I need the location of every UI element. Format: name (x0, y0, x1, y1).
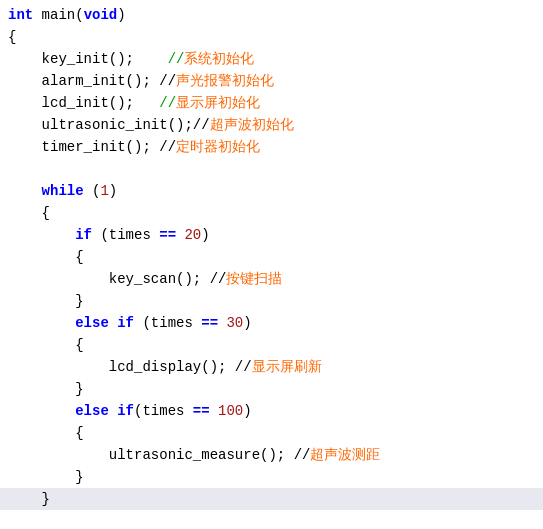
code-line: while (1) (0, 180, 543, 202)
number-token: 100 (218, 401, 243, 421)
comment-token: // (151, 49, 185, 69)
comment-cn-token: 声光报警初始化 (176, 71, 274, 91)
comment-cn-token: 显示屏初始化 (176, 93, 260, 113)
normal-token: ) (201, 225, 209, 245)
code-line: alarm_init(); //声光报警初始化 (0, 70, 543, 92)
normal-token: } (8, 489, 50, 509)
normal-token: ( (84, 181, 101, 201)
kw-token: void (84, 5, 118, 25)
normal-token (218, 313, 226, 333)
normal-token: } (8, 291, 84, 311)
code-line: { (0, 246, 543, 268)
normal-token: ) (109, 181, 117, 201)
code-line: if (times == 20) (0, 224, 543, 246)
normal-token: (times (92, 225, 159, 245)
normal-token: key_init(); (8, 49, 151, 69)
normal-token: { (8, 335, 84, 355)
comment-cn-token: 显示屏刷新 (252, 357, 322, 377)
code-line: } (0, 290, 543, 312)
code-line: ultrasonic_measure(); //超声波测距 (0, 444, 543, 466)
normal-token: lcd_display(); // (8, 357, 252, 377)
code-line: lcd_init(); //显示屏初始化 (0, 92, 543, 114)
comment-cn-token: 超声波测距 (310, 445, 380, 465)
normal-token: } (8, 467, 84, 487)
normal-token: { (8, 423, 84, 443)
code-line: int main(void) (0, 4, 543, 26)
normal-token: ultrasonic_init();// (8, 115, 210, 135)
kw-token: == (193, 401, 210, 421)
normal-token: lcd_init(); (8, 93, 151, 113)
normal-token: ) (243, 313, 251, 333)
code-line: } (0, 466, 543, 488)
normal-token: { (8, 203, 50, 223)
kw-token: while (8, 181, 84, 201)
number-token: 1 (100, 181, 108, 201)
normal-token: main( (33, 5, 83, 25)
kw-token: == (159, 225, 176, 245)
code-line: key_scan(); //按键扫描 (0, 268, 543, 290)
code-line: } (0, 488, 543, 510)
normal-token: alarm_init(); // (8, 71, 176, 91)
kw-token: else if (8, 401, 134, 421)
normal-token: key_scan(); // (8, 269, 226, 289)
normal-token: timer_init(); // (8, 137, 176, 157)
code-line: lcd_display(); //显示屏刷新 (0, 356, 543, 378)
comment-cn-token: 按键扫描 (226, 269, 282, 289)
number-token: 20 (184, 225, 201, 245)
code-line (0, 510, 543, 529)
comment-cn-token: 超声波初始化 (210, 115, 294, 135)
normal-token: ) (117, 5, 125, 25)
code-line: else if (times == 30) (0, 312, 543, 334)
number-token: 30 (226, 313, 243, 333)
code-line (0, 158, 543, 180)
normal-token (210, 401, 218, 421)
normal-token: ultrasonic_measure(); // (8, 445, 310, 465)
code-line: } (0, 378, 543, 400)
normal-token: (times (134, 401, 193, 421)
normal-token: { (8, 247, 84, 267)
normal-token: } (8, 379, 84, 399)
code-line: ultrasonic_init();//超声波初始化 (0, 114, 543, 136)
normal-token (176, 225, 184, 245)
code-line: { (0, 26, 543, 48)
kw-token: int (8, 5, 33, 25)
code-line: { (0, 422, 543, 444)
normal-token: ) (243, 401, 251, 421)
normal-token: (times (134, 313, 201, 333)
kw-token: else if (8, 313, 134, 333)
comment-token: // (151, 93, 176, 113)
code-line: timer_init(); //定时器初始化 (0, 136, 543, 158)
normal-token: { (8, 27, 16, 47)
code-line: else if(times == 100) (0, 400, 543, 422)
comment-cn-token: 系统初始化 (184, 49, 254, 69)
code-line: { (0, 334, 543, 356)
kw-token: == (201, 313, 218, 333)
code-line: { (0, 202, 543, 224)
comment-cn-token: 定时器初始化 (176, 137, 260, 157)
code-line: key_init(); //系统初始化 (0, 48, 543, 70)
kw-token: if (8, 225, 92, 245)
code-editor: int main(void){ key_init(); //系统初始化 alar… (0, 0, 543, 529)
